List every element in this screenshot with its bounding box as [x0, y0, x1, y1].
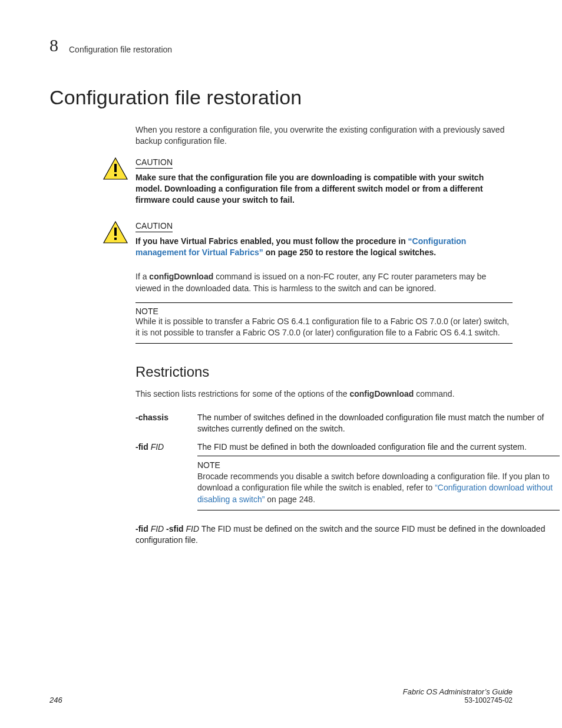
caution-label: CAUTION	[135, 221, 173, 232]
option-term: -fid FID	[135, 438, 197, 520]
svg-rect-2	[114, 174, 117, 176]
intro-paragraph: When you restore a configuration file, y…	[135, 124, 513, 147]
caution-post: on page 250 to restore the logical switc…	[263, 248, 436, 257]
note-label: NOTE	[135, 307, 513, 316]
list-item: -fid FID The FID must be defined in both…	[135, 438, 560, 520]
option-term-inline: -fid FID -sfid FID The FID must be defin…	[135, 520, 560, 550]
running-title: Configuration file restoration	[69, 45, 172, 55]
svg-rect-1	[114, 164, 117, 172]
running-header: 8 Configuration file restoration	[49, 35, 513, 55]
caution-text: If you have Virtual Fabrics enabled, you…	[135, 236, 513, 259]
option-desc: The number of switches defined in the do…	[197, 409, 560, 439]
page: 8 Configuration file restoration Configu…	[0, 0, 562, 728]
page-title: Configuration file restoration	[49, 86, 513, 109]
caution-icon	[99, 220, 132, 244]
note-text: While it is possible to transfer a Fabri…	[135, 316, 513, 339]
doc-id: 53-1002745-02	[403, 696, 513, 704]
note-block: NOTE Brocade recommends you disable a sw…	[197, 456, 560, 510]
caution-text: Make sure that the configuration file yo…	[135, 172, 513, 206]
page-number: 246	[49, 696, 62, 704]
section-intro: This section lists restrictions for some…	[135, 388, 513, 400]
option-desc: The FID must be defined in both the down…	[197, 438, 560, 520]
option-term: -chassis	[135, 409, 197, 439]
caution-block: CAUTION Make sure that the configuration…	[49, 157, 513, 206]
note-text: Brocade recommends you disable a switch …	[197, 471, 560, 505]
note-block: NOTE While it is possible to transfer a …	[135, 302, 513, 344]
note-label: NOTE	[197, 460, 560, 471]
caution-pre: If you have Virtual Fabrics enabled, you…	[135, 236, 408, 246]
command-name: configDownload	[349, 389, 414, 398]
page-footer: 246 Fabric OS Administrator’s Guide 53-1…	[49, 687, 513, 704]
caution-icon	[99, 157, 132, 180]
list-item: -chassis The number of switches defined …	[135, 409, 560, 439]
caution-block: CAUTION If you have Virtual Fabrics enab…	[49, 220, 513, 259]
body-paragraph: If a configDownload command is issued on…	[135, 271, 513, 294]
doc-title: Fabric OS Administrator’s Guide	[403, 687, 513, 696]
list-item: -fid FID -sfid FID The FID must be defin…	[135, 520, 560, 550]
command-name: configDownload	[149, 272, 213, 281]
svg-rect-4	[114, 228, 117, 236]
section-heading: Restrictions	[135, 364, 513, 380]
caution-label: CAUTION	[135, 157, 173, 169]
svg-rect-5	[114, 238, 117, 240]
chapter-number: 8	[49, 35, 58, 55]
definition-list: -chassis The number of switches defined …	[135, 409, 560, 550]
